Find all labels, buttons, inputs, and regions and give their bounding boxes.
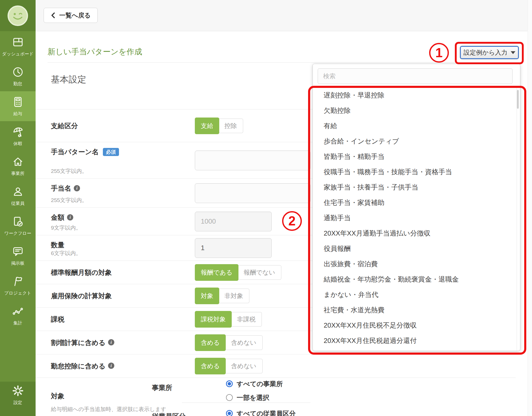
form-row-hint: 255文字以内。 — [51, 167, 87, 175]
target-label: 対象 — [51, 392, 64, 401]
form-row-label-wrap: 雇用保険の計算対象 — [51, 291, 112, 300]
page-scrollbar[interactable] — [528, 0, 532, 416]
umbrella-icon — [12, 126, 24, 139]
sidebar-item-person[interactable]: 従業員 — [0, 181, 36, 211]
radio-option[interactable]: すべての事業所 — [226, 379, 283, 389]
toggle-option[interactable]: 含める — [195, 334, 226, 351]
text-input[interactable] — [195, 238, 272, 258]
toggle-option[interactable]: 報酬である — [195, 264, 238, 281]
sidebar-item-umbrella[interactable]: 休暇 — [0, 121, 36, 151]
toggle-group: 支給控除 — [195, 118, 243, 134]
preset-option[interactable]: 結婚祝金・年功慰労金・勤続褒賞金・退職金 — [313, 272, 520, 287]
preset-option[interactable]: 歩合給・インセンティブ — [313, 134, 520, 149]
office-radio-group: すべての事業所一部を選択 — [226, 379, 283, 406]
form-row-control: 課税対象非課税 — [195, 311, 262, 328]
sidebar-item-gear[interactable]: 設定 — [0, 382, 36, 409]
employee-type-group-label: 従業員区分 — [152, 412, 186, 416]
sidebar-item-board[interactable]: 掲示板 — [0, 241, 36, 271]
preset-option[interactable]: 社宅費・水道光熱費 — [313, 302, 520, 318]
form-row-label: 勤怠控除に含める — [51, 361, 105, 370]
preset-option[interactable]: 皆勤手当・精勤手当 — [313, 149, 520, 164]
scrollbar-thumb[interactable] — [517, 90, 519, 109]
sidebar-item-flag[interactable]: プロジェクト — [0, 271, 36, 301]
employee-type-radio-group: すべての従業員区分 — [226, 408, 296, 416]
scrollbar-track — [517, 88, 517, 351]
form-row-label: 手当名 — [51, 184, 71, 193]
preset-option[interactable]: 通勤手当 — [313, 210, 520, 226]
text-input[interactable] — [195, 183, 310, 203]
sidebar-item-chart[interactable]: 集計 — [0, 301, 36, 330]
divider — [182, 402, 310, 403]
calculator-icon — [12, 96, 24, 109]
form-row-label-wrap: 課税 — [51, 315, 64, 324]
sidebar-item-label: 事業所 — [11, 171, 24, 177]
radio-option[interactable]: すべての従業員区分 — [226, 408, 296, 416]
sidebar-item-calculator[interactable]: 給与 — [0, 91, 36, 121]
sidebar-item-workflow[interactable]: ワークフロー — [0, 211, 36, 241]
sidebar-item-house[interactable]: 事業所 — [0, 151, 36, 181]
info-icon[interactable]: i — [108, 363, 114, 369]
sidebar-item-dashboard[interactable]: ダッシュボード — [0, 31, 36, 61]
form-row-label: 支給区分 — [51, 121, 78, 130]
info-icon[interactable]: i — [67, 214, 73, 220]
info-icon[interactable]: i — [108, 339, 114, 346]
radio-selected-icon[interactable] — [226, 410, 233, 416]
flag-icon — [12, 275, 24, 288]
form-row-label: 課税 — [51, 315, 64, 324]
preset-option[interactable]: 住宅手当・家賃補助 — [313, 195, 520, 210]
preset-option[interactable]: まかない・弁当代 — [313, 287, 520, 302]
toggle-option[interactable]: 非課税 — [231, 312, 262, 327]
sidebar-item-clock[interactable]: 勤怠 — [0, 61, 36, 91]
preset-dropdown-panel: 遅刻控除・早退控除欠勤控除有給歩合給・インセンティブ皆勤手当・精勤手当役職手当・… — [312, 64, 520, 351]
preset-option[interactable]: 遅刻控除・早退控除 — [313, 88, 520, 103]
radio-unselected-icon[interactable] — [226, 394, 233, 401]
page-title: 新しい手当パターンを作成 — [48, 47, 142, 57]
form-row-label: 手当パターン名 — [51, 147, 99, 157]
form-row-label-wrap: 手当パターン名必須 — [51, 147, 119, 157]
preset-input-button[interactable]: 設定例から入力 — [460, 46, 519, 59]
radio-label: 一部を選択 — [237, 393, 269, 402]
search-input[interactable] — [318, 68, 513, 84]
toggle-option[interactable]: 課税対象 — [195, 311, 232, 328]
preset-option[interactable]: 役職手当・職務手当・技能手当・資格手当 — [313, 164, 520, 180]
toggle-option[interactable]: 含めない — [225, 359, 263, 373]
form-row-control: 報酬である報酬でない — [195, 264, 281, 281]
toggle-option[interactable]: 含めない — [225, 335, 263, 350]
toggle-option[interactable]: 非対象 — [218, 289, 249, 303]
preset-option[interactable]: 欠勤控除 — [313, 103, 520, 118]
preset-option[interactable]: 役員報酬 — [313, 241, 520, 256]
form-row: 勤怠控除に含めるi含める含めない — [36, 354, 516, 378]
form-row-label-wrap: 割増計算に含めるi — [51, 338, 114, 347]
person-icon — [12, 186, 24, 199]
preset-option[interactable]: 20XX年XX月住民税超過分還付 — [313, 333, 520, 348]
form-row-label: 割増計算に含める — [51, 338, 105, 347]
radio-selected-icon[interactable] — [226, 380, 233, 387]
form-row-label: 標準報酬月額の対象 — [51, 268, 112, 277]
info-icon[interactable]: i — [74, 185, 80, 191]
sidebar-item-label: 給与 — [14, 111, 22, 117]
sidebar-bottom-section: 設定 ? — [0, 382, 36, 416]
dashboard-icon — [12, 36, 24, 49]
toggle-option[interactable]: 支給 — [195, 118, 219, 134]
form-row-label-wrap: 数量 — [51, 240, 64, 250]
preset-option[interactable]: 20XX年XX月通勤手当過払い分徴収 — [313, 226, 520, 241]
text-input[interactable] — [195, 151, 310, 170]
toggle-option[interactable]: 控除 — [218, 119, 243, 133]
toggle-group: 報酬である報酬でない — [195, 264, 281, 281]
toggle-option[interactable]: 報酬でない — [238, 265, 282, 280]
text-input[interactable] — [195, 212, 272, 231]
form-row-control: 含める含めない — [195, 334, 263, 351]
topbar: 一覧へ戻る — [36, 0, 532, 31]
form-row-label-wrap: 支給区分 — [51, 121, 78, 130]
sidebar-nav: ダッシュボード勤怠給与休暇事業所従業員ワークフロー掲示板プロジェクト集計 — [0, 31, 36, 330]
back-to-list-button[interactable]: 一覧へ戻る — [44, 8, 98, 23]
radio-option[interactable]: 一部を選択 — [226, 392, 283, 403]
avatar[interactable] — [7, 5, 29, 27]
preset-option[interactable]: 出張旅費・宿泊費 — [313, 256, 520, 272]
preset-option[interactable]: 20XX年XX月住民税不足分徴収 — [313, 318, 520, 333]
preset-option[interactable]: 有給 — [313, 118, 520, 134]
preset-option[interactable]: 家族手当・扶養手当・子供手当 — [313, 180, 520, 195]
toggle-option[interactable]: 含める — [195, 358, 226, 374]
form-row-hint: 6文字以内。 — [51, 250, 81, 257]
toggle-option[interactable]: 対象 — [195, 288, 219, 304]
